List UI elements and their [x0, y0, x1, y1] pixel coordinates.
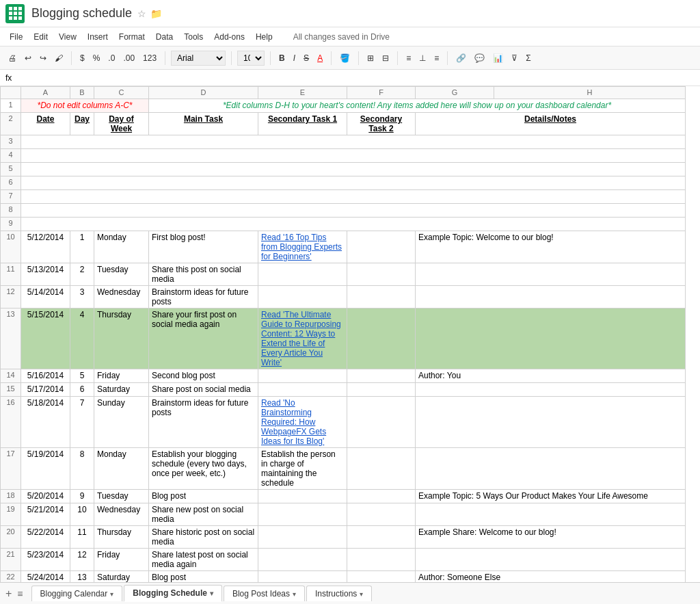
- cell-4[interactable]: [21, 149, 686, 163]
- cell-main-19[interactable]: Share new post on social media: [149, 503, 258, 526]
- cell-sec2-18[interactable]: [347, 490, 416, 503]
- cell-date-17[interactable]: 5/19/2014: [21, 448, 70, 490]
- undo-btn[interactable]: ↩: [22, 52, 34, 64]
- cell-dow-12[interactable]: Wednesday: [94, 286, 149, 308]
- cell-dow-20[interactable]: Thursday: [94, 526, 149, 549]
- menu-insert[interactable]: Insert: [83, 31, 112, 43]
- menu-format[interactable]: Format: [115, 31, 149, 43]
- cell-main-22[interactable]: Blog post: [149, 571, 258, 583]
- col-header-h[interactable]: H: [494, 87, 686, 99]
- num-format-btn[interactable]: 123: [140, 52, 159, 64]
- cell-dow-13[interactable]: Thursday: [94, 308, 149, 369]
- cell-sec1-20[interactable]: [258, 526, 347, 549]
- cell-dow-14[interactable]: Friday: [94, 369, 149, 383]
- menu-view[interactable]: View: [55, 31, 81, 43]
- cell-sec2-20[interactable]: [347, 526, 416, 549]
- header-sec2[interactable]: Secondary Task 2: [347, 113, 416, 135]
- col-header-f[interactable]: F: [347, 87, 416, 99]
- cell-sec1-11[interactable]: [258, 263, 347, 286]
- cell-notes-21[interactable]: [416, 549, 686, 571]
- cell-dow-21[interactable]: Friday: [94, 549, 149, 571]
- paint-format-btn[interactable]: 🖌: [52, 52, 66, 64]
- menu-addons[interactable]: Add-ons: [210, 31, 249, 43]
- menu-help[interactable]: Help: [252, 31, 277, 43]
- cell-notes-18[interactable]: Example Topic: 5 Ways Our Product Makes …: [416, 490, 686, 503]
- cell-day-12[interactable]: 3: [70, 286, 94, 308]
- menu-file[interactable]: File: [5, 31, 27, 43]
- cell-day-16[interactable]: 7: [70, 397, 94, 448]
- folder-icon[interactable]: 📁: [150, 8, 162, 19]
- cell-sec2-12[interactable]: [347, 286, 416, 308]
- cell-day-17[interactable]: 8: [70, 448, 94, 490]
- cell-date-21[interactable]: 5/23/2014: [21, 549, 70, 571]
- header-main[interactable]: Main Task: [149, 113, 258, 135]
- cell-1d[interactable]: *Edit columns D-H to your heart's conten…: [149, 99, 686, 113]
- sec1-link[interactable]: Read 'The Ultimate Guide to Repurposing …: [261, 310, 341, 367]
- align-left-btn[interactable]: ≡: [403, 52, 414, 64]
- cell-date-16[interactable]: 5/18/2014: [21, 397, 70, 448]
- cell-day-22[interactable]: 13: [70, 571, 94, 583]
- spreadsheet-container[interactable]: A B C D E F G H 1 *Do not edit columns A…: [0, 86, 700, 582]
- cell-sec1-17[interactable]: Establish the person in charge of mainta…: [258, 448, 347, 490]
- cell-dow-16[interactable]: Sunday: [94, 397, 149, 448]
- cell-day-21[interactable]: 12: [70, 549, 94, 571]
- cell-day-20[interactable]: 11: [70, 526, 94, 549]
- cell-main-13[interactable]: Share your first post on social media ag…: [149, 308, 258, 369]
- italic-btn[interactable]: I: [291, 52, 298, 64]
- cell-notes-10[interactable]: Example Topic: Welcome to our blog!: [416, 231, 686, 263]
- cell-sec1-18[interactable]: [258, 490, 347, 503]
- cell-sec1-15[interactable]: [258, 383, 347, 397]
- function-btn[interactable]: Σ: [523, 52, 533, 64]
- col-header-b[interactable]: B: [70, 87, 94, 99]
- currency-btn[interactable]: $: [77, 52, 88, 64]
- merge-btn[interactable]: ⊟: [379, 52, 392, 64]
- cell-sec1-10[interactable]: Read '16 Top Tips from Blogging Experts …: [258, 231, 347, 263]
- col-header-d[interactable]: D: [149, 87, 258, 99]
- cell-notes-20[interactable]: Example Share: Welcome to our blog!: [416, 526, 686, 549]
- bold-btn[interactable]: B: [276, 52, 288, 64]
- cell-dow-17[interactable]: Monday: [94, 448, 149, 490]
- cell-notes-17[interactable]: [416, 448, 686, 490]
- header-dow[interactable]: Day of Week: [94, 113, 149, 135]
- cell-date-14[interactable]: 5/16/2014: [21, 369, 70, 383]
- cell-sec2-15[interactable]: [347, 383, 416, 397]
- cell-date-12[interactable]: 5/14/2014: [21, 286, 70, 308]
- cell-day-11[interactable]: 2: [70, 263, 94, 286]
- cell-sec1-12[interactable]: [258, 286, 347, 308]
- filter-btn[interactable]: ⊽: [509, 52, 520, 64]
- cell-notes-11[interactable]: [416, 263, 686, 286]
- cell-main-12[interactable]: Brainstorm ideas for future posts: [149, 286, 258, 308]
- cell-sec1-22[interactable]: [258, 571, 347, 583]
- decimal-increase-btn[interactable]: .00: [120, 52, 137, 64]
- cell-sec2-11[interactable]: [347, 263, 416, 286]
- star-icon[interactable]: ☆: [137, 8, 146, 19]
- menu-edit[interactable]: Edit: [29, 31, 52, 43]
- font-size-selector[interactable]: 10: [237, 51, 265, 66]
- col-header-a[interactable]: A: [21, 87, 70, 99]
- cell-main-18[interactable]: Blog post: [149, 490, 258, 503]
- cell-sec2-10[interactable]: [347, 231, 416, 263]
- cell-main-11[interactable]: Share this post on social media: [149, 263, 258, 286]
- cell-date-19[interactable]: 5/21/2014: [21, 503, 70, 526]
- cell-sec1-19[interactable]: [258, 503, 347, 526]
- cell-main-16[interactable]: Brainstorm ideas for future posts: [149, 397, 258, 448]
- cell-sec2-16[interactable]: [347, 397, 416, 448]
- percent-btn[interactable]: %: [90, 52, 103, 64]
- cell-day-10[interactable]: 1: [70, 231, 94, 263]
- cell-notes-15[interactable]: [416, 383, 686, 397]
- cell-sec2-19[interactable]: [347, 503, 416, 526]
- text-color-btn[interactable]: A: [314, 52, 325, 64]
- link-btn[interactable]: 🔗: [453, 52, 469, 64]
- cell-8[interactable]: [21, 204, 686, 218]
- print-btn[interactable]: 🖨: [5, 52, 19, 64]
- header-day[interactable]: Day: [70, 113, 94, 135]
- cell-date-18[interactable]: 5/20/2014: [21, 490, 70, 503]
- cell-notes-14[interactable]: Author: You: [416, 369, 686, 383]
- cell-5[interactable]: [21, 163, 686, 176]
- cell-notes-13[interactable]: [416, 308, 686, 369]
- align-center-btn[interactable]: ⊥: [416, 52, 429, 64]
- cell-sec2-14[interactable]: [347, 369, 416, 383]
- cell-notes-12[interactable]: [416, 286, 686, 308]
- header-date[interactable]: Date: [21, 113, 70, 135]
- redo-btn[interactable]: ↪: [37, 52, 49, 64]
